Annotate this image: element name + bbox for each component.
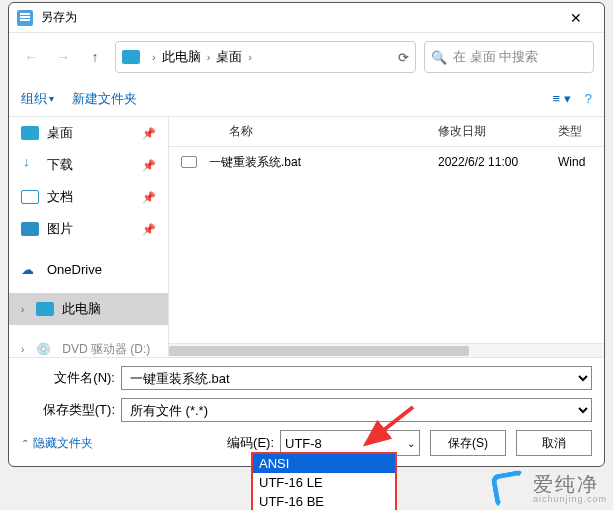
pc-icon — [122, 50, 140, 64]
sidebar-item-onedrive[interactable]: OneDrive — [9, 253, 168, 285]
pin-icon: 📌 — [142, 191, 156, 204]
sidebar-item-downloads[interactable]: 下载 📌 — [9, 149, 168, 181]
chevron-right-icon: › — [21, 304, 24, 315]
pc-icon — [36, 302, 54, 316]
organize-menu[interactable]: 组织 ▾ — [21, 90, 54, 108]
desktop-icon — [21, 126, 39, 140]
file-icon — [169, 156, 209, 168]
scrollbar-thumb[interactable] — [169, 346, 469, 356]
watermark: 爱纯净 aichunjing.com — [493, 472, 607, 506]
sidebar-item-thispc[interactable]: › 此电脑 — [9, 293, 168, 325]
col-type[interactable]: 类型 — [558, 123, 604, 140]
pin-icon: 📌 — [142, 159, 156, 172]
disc-icon — [36, 342, 54, 356]
search-input[interactable]: 🔍 在 桌面 中搜索 — [424, 41, 594, 73]
cancel-button[interactable]: 取消 — [516, 430, 592, 456]
main-area: 桌面 📌 下载 📌 文档 📌 图片 📌 OneDrive — [9, 117, 604, 358]
forward-button[interactable]: → — [51, 45, 75, 69]
encoding-option-ansi[interactable]: ANSI — [253, 454, 395, 473]
help-button[interactable]: ? — [585, 91, 592, 106]
col-date[interactable]: 修改日期 — [438, 123, 558, 140]
cloud-icon — [21, 262, 39, 276]
breadcrumb-root[interactable]: 此电脑 — [162, 48, 201, 66]
notepad-icon — [17, 10, 33, 26]
watermark-url: aichunjing.com — [533, 494, 607, 504]
watermark-logo-icon — [490, 469, 529, 508]
chevron-right-icon: › — [248, 51, 252, 63]
save-button[interactable]: 保存(S) — [430, 430, 506, 456]
filename-input[interactable]: 一键重装系统.bat — [121, 366, 592, 390]
filetype-select[interactable]: 所有文件 (*.*) — [121, 398, 592, 422]
search-placeholder: 在 桌面 中搜索 — [453, 48, 538, 66]
filetype-label: 保存类型(T): — [21, 401, 121, 419]
breadcrumb-folder[interactable]: 桌面 — [216, 48, 242, 66]
encoding-option-utf16le[interactable]: UTF-16 LE — [253, 473, 395, 492]
sidebar-item-dvd[interactable]: › DVD 驱动器 (D:) — [9, 333, 168, 357]
file-list: 名称 修改日期 类型 一键重装系统.bat 2022/6/2 11:00 Win… — [169, 117, 604, 357]
chevron-right-icon: › — [152, 51, 156, 63]
titlebar: 另存为 ✕ — [9, 3, 604, 33]
sidebar-item-documents[interactable]: 文档 📌 — [9, 181, 168, 213]
window-title: 另存为 — [41, 9, 556, 26]
sidebar: 桌面 📌 下载 📌 文档 📌 图片 📌 OneDrive — [9, 117, 169, 357]
pin-icon: 📌 — [142, 127, 156, 140]
search-icon: 🔍 — [431, 50, 447, 65]
filename-label: 文件名(N): — [21, 369, 121, 387]
horizontal-scrollbar[interactable] — [169, 343, 604, 357]
up-button[interactable]: ↑ — [83, 45, 107, 69]
back-button[interactable]: ← — [19, 45, 43, 69]
col-name[interactable]: 名称 — [209, 123, 438, 140]
nav-bar: ← → ↑ › 此电脑 › 桌面 › ⟳ 🔍 在 桌面 中搜索 — [9, 33, 604, 81]
sidebar-item-desktop[interactable]: 桌面 📌 — [9, 117, 168, 149]
refresh-button[interactable]: ⟳ — [398, 50, 409, 65]
saveas-dialog: 另存为 ✕ ← → ↑ › 此电脑 › 桌面 › ⟳ 🔍 在 桌面 中搜索 组织… — [8, 2, 605, 467]
encoding-label: 编码(E): — [227, 434, 280, 452]
encoding-option-utf16be[interactable]: UTF-16 BE — [253, 492, 395, 510]
encoding-dropdown: ANSI UTF-16 LE UTF-16 BE — [251, 452, 397, 510]
sidebar-item-pictures[interactable]: 图片 📌 — [9, 213, 168, 245]
chevron-down-icon: ⌄ — [407, 438, 415, 449]
toolbar: 组织 ▾ 新建文件夹 ≡ ▾ ? — [9, 81, 604, 117]
column-headers: 名称 修改日期 类型 — [169, 117, 604, 147]
close-button[interactable]: ✕ — [556, 3, 596, 33]
chevron-right-icon: › — [207, 51, 211, 63]
chevron-up-icon: ⌃ — [21, 438, 29, 449]
hide-folders-link[interactable]: ⌃ 隐藏文件夹 — [21, 435, 93, 452]
bottom-panel: 文件名(N): 一键重装系统.bat 保存类型(T): 所有文件 (*.*) ⌃… — [9, 358, 604, 466]
chevron-down-icon: ▾ — [49, 93, 54, 104]
pin-icon: 📌 — [142, 223, 156, 236]
download-icon — [21, 158, 39, 172]
picture-icon — [21, 222, 39, 236]
view-options-button[interactable]: ≡ ▾ — [553, 91, 571, 106]
file-row[interactable]: 一键重装系统.bat 2022/6/2 11:00 Wind — [169, 147, 604, 177]
breadcrumb[interactable]: › 此电脑 › 桌面 › ⟳ — [115, 41, 416, 73]
watermark-brand: 爱纯净 — [533, 474, 607, 494]
chevron-right-icon: › — [21, 344, 24, 355]
new-folder-button[interactable]: 新建文件夹 — [72, 90, 137, 108]
document-icon — [21, 190, 39, 204]
